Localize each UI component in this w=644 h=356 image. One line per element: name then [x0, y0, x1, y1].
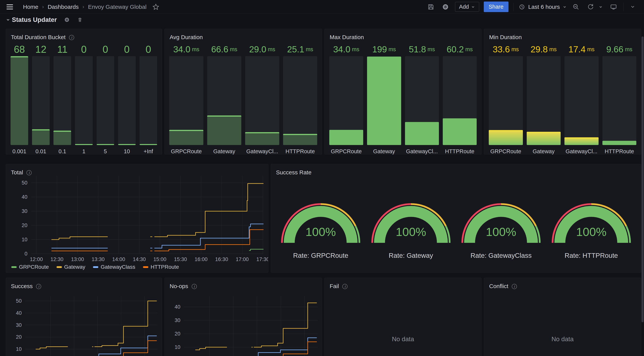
- row-header: Status Updater: [6, 16, 83, 24]
- bar-gauge-cell: 05: [96, 42, 114, 155]
- bar-fill: [367, 57, 401, 145]
- bar-track: [443, 56, 477, 145]
- navbar-actions: Add Share Last 6 hours: [424, 2, 639, 12]
- navbar-collapse-chevron-icon[interactable]: [628, 3, 637, 11]
- bar-track: [32, 56, 50, 145]
- bar-value: 29.0ms: [245, 42, 279, 56]
- bar-track: [527, 56, 561, 145]
- gauge-Rate: GatewayClass: 100%Rate: GatewayClass: [456, 176, 546, 272]
- panel-header[interactable]: Total Duration Bucket: [6, 29, 162, 41]
- panel-min-duration: Min Duration 33.6msGRPCRoute29.8msGatewa…: [484, 29, 641, 154]
- breadcrumb-dashboards[interactable]: Dashboards: [48, 4, 79, 10]
- gauge-label: Rate: HTTPRoute: [565, 252, 618, 259]
- zoom-out-icon[interactable]: [570, 2, 581, 12]
- page-scrollbar[interactable]: [642, 37, 644, 322]
- legend-item-Gateway[interactable]: Gateway: [56, 264, 86, 270]
- legend-label: GatewayClass: [100, 264, 135, 270]
- panel-total-duration-bucket: Total Duration Bucket 680.001120.01110.1…: [6, 29, 162, 154]
- series-HTTPRoute: [254, 342, 317, 356]
- gauge-Rate: HTTPRoute: 100%Rate: HTTPRoute: [546, 176, 636, 272]
- bar-label: Gateway: [207, 145, 241, 155]
- save-dashboard-icon[interactable]: [426, 2, 436, 12]
- panel-header[interactable]: Fail: [325, 278, 481, 290]
- bar-value: 29.8ms: [527, 42, 561, 56]
- panel-header[interactable]: Min Duration: [484, 29, 641, 41]
- breadcrumb-home[interactable]: Home: [23, 4, 38, 10]
- info-icon[interactable]: [69, 35, 74, 40]
- refresh-icon[interactable]: [585, 2, 596, 12]
- refresh-interval-chevron-icon[interactable]: [597, 3, 604, 11]
- panel-title: Max Duration: [330, 34, 364, 41]
- legend-color-pill: [143, 266, 148, 268]
- bar-track: [118, 56, 136, 145]
- info-icon[interactable]: [512, 284, 517, 289]
- divider: [624, 3, 624, 11]
- bar-label: +Inf: [140, 145, 157, 155]
- bar-gauge: 34.0msGRPCRoute199msGateway51.8msGateway…: [329, 42, 477, 155]
- bar-value: 11: [54, 42, 71, 56]
- bar-gauge-cell: 25.1msHTTPRoute: [283, 42, 317, 155]
- row-delete-trash-icon[interactable]: [77, 17, 83, 23]
- series-Gateway: [195, 347, 227, 350]
- bar-label: 0.1: [54, 145, 71, 155]
- bar-fill: [118, 144, 136, 145]
- legend-item-GatewayClass[interactable]: GatewayClass: [93, 264, 135, 270]
- gauge-arc: 100%: [549, 198, 634, 249]
- legend-label: GRPCRoute: [19, 264, 49, 270]
- bar-fill: [527, 132, 561, 145]
- add-button[interactable]: Add: [455, 2, 479, 12]
- tv-mode-icon[interactable]: [608, 2, 619, 12]
- bar-track: [405, 56, 439, 145]
- chart-legend: GRPCRouteGatewayGatewayClassHTTPRoute: [11, 264, 179, 270]
- gauge-arc: 100%: [278, 198, 363, 249]
- info-icon[interactable]: [342, 284, 348, 289]
- bar-track: [489, 56, 523, 145]
- bar-fill: [283, 134, 317, 145]
- panel-title: Fail: [330, 283, 339, 289]
- panel-no-ops: No-ops 10203040: [164, 278, 322, 356]
- bar-fill: [207, 116, 241, 145]
- bar-fill: [564, 137, 598, 145]
- bar-label: GatewayCl...: [245, 145, 279, 155]
- panel-title: Avg Duration: [170, 34, 203, 41]
- panel-header[interactable]: Max Duration: [325, 29, 481, 41]
- series-Gateway: [36, 347, 68, 349]
- panel-header[interactable]: Conflict: [484, 278, 641, 290]
- panel-fail: Fail No data: [324, 278, 482, 356]
- panel-header[interactable]: Success Rate: [271, 164, 641, 176]
- gauge-value: 100%: [396, 225, 426, 238]
- bar-gauge-cell: 17.4msGatewayCl...: [564, 42, 598, 155]
- bar-label: HTTPRoute: [283, 145, 317, 155]
- row-settings-gear-icon[interactable]: [64, 17, 70, 23]
- bar-label: GatewayCl...: [405, 145, 439, 155]
- bar-track: [169, 56, 203, 145]
- y-axis-tick-label: 10: [174, 344, 180, 350]
- time-range-picker[interactable]: Last 6 hours: [516, 2, 569, 12]
- bar-gauge-cell: 01: [75, 42, 92, 155]
- bar-gauge-cell: 9.66msHTTPRoute: [602, 42, 636, 155]
- breadcrumb-current: Envoy Gateway Global: [88, 4, 146, 10]
- bar-track: [54, 56, 71, 145]
- chevron-down-icon: [471, 5, 475, 9]
- gauge-arc: 100%: [369, 198, 453, 249]
- legend-item-HTTPRoute[interactable]: HTTPRoute: [143, 264, 179, 270]
- panel-header[interactable]: Avg Duration: [165, 29, 322, 41]
- bar-fill: [329, 130, 363, 145]
- favorite-star-icon[interactable]: [152, 3, 160, 11]
- legend-color-pill: [93, 266, 98, 268]
- row-collapse-toggle[interactable]: Status Updater: [6, 16, 57, 24]
- y-axis-tick-label: 50: [22, 180, 28, 186]
- legend-item-GRPCRoute[interactable]: GRPCRoute: [11, 264, 49, 270]
- bar-fill: [489, 130, 523, 145]
- dashboard-settings-gear-icon[interactable]: [440, 2, 451, 12]
- bar-value: 0: [140, 42, 157, 56]
- menu-icon[interactable]: [6, 5, 13, 10]
- bar-value: 199ms: [367, 42, 401, 56]
- share-button[interactable]: Share: [484, 2, 508, 12]
- y-axis-tick-label: 30: [174, 317, 180, 323]
- x-axis-tick-label: 17:30: [256, 256, 268, 262]
- no-data-message: No data: [484, 335, 641, 343]
- bar-value: 12: [32, 42, 50, 56]
- bar-gauge-cell: 34.0msGRPCRoute: [329, 42, 363, 155]
- y-axis-tick-label: 10: [16, 346, 22, 352]
